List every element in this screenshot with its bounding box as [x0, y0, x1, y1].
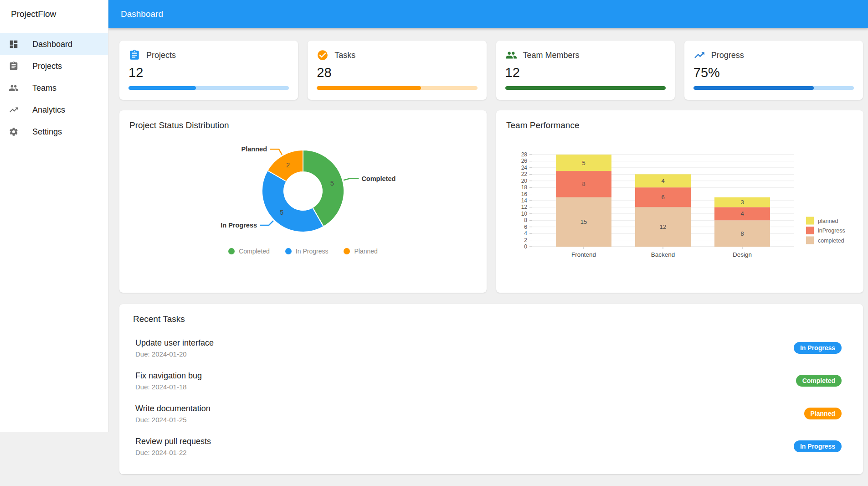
svg-text:Completed: Completed — [361, 175, 395, 182]
clipboard-icon — [128, 49, 140, 61]
task-info: Review pull requestsDue: 2024-01-22 — [135, 437, 211, 456]
trending-up-icon — [693, 49, 705, 61]
project-status-legend: CompletedIn ProgressPlanned — [129, 248, 477, 255]
sidebar-item-label: Teams — [32, 83, 56, 93]
charts-row: Project Status Distribution 5Completed5I… — [119, 110, 863, 293]
svg-text:15: 15 — [580, 218, 587, 225]
legend-item-completed: Completed — [228, 248, 270, 255]
sidebar-item-projects[interactable]: Projects — [0, 55, 108, 77]
stat-value: 28 — [317, 65, 477, 80]
project-status-donut: 5Completed5In Progress2Planned — [129, 131, 477, 240]
svg-text:18: 18 — [521, 184, 528, 191]
stat-head: Progress — [693, 49, 854, 61]
sidebar-item-settings[interactable]: Settings — [0, 121, 108, 143]
task-title: Review pull requests — [135, 437, 211, 446]
sidebar-item-label: Projects — [32, 62, 62, 71]
svg-text:0: 0 — [524, 243, 527, 250]
svg-text:Design: Design — [733, 251, 752, 258]
stat-progress-track — [505, 86, 666, 90]
people-icon — [505, 49, 517, 61]
sidebar-item-label: Dashboard — [32, 40, 72, 49]
sidebar-item-dashboard[interactable]: Dashboard — [0, 33, 108, 55]
status-badge: In Progress — [794, 440, 842, 452]
project-status-chart: 5Completed5In Progress2Planned — [129, 131, 477, 242]
check-circle-icon — [317, 49, 329, 61]
task-row-review-pull-requests[interactable]: Review pull requestsDue: 2024-01-22In Pr… — [133, 430, 849, 463]
task-row-fix-navigation-bug[interactable]: Fix navigation bugDue: 2024-01-18Complet… — [133, 364, 849, 397]
svg-text:In Progress: In Progress — [221, 222, 257, 229]
sidebar-item-label: Analytics — [32, 105, 65, 115]
svg-text:3: 3 — [740, 199, 744, 206]
task-due-date: Due: 2024-01-20 — [135, 350, 214, 358]
app-brand: ProjectFlow — [0, 0, 108, 28]
status-badge: Planned — [804, 408, 842, 419]
legend-label: Completed — [239, 248, 270, 255]
stat-card-progress: Progress75% — [684, 41, 863, 100]
task-row-update-user-interface[interactable]: Update user interfaceDue: 2024-01-20In P… — [133, 331, 849, 364]
stat-progress-track — [128, 86, 289, 90]
svg-text:28: 28 — [521, 151, 528, 158]
svg-text:5: 5 — [582, 160, 585, 166]
stat-card-projects: Projects12 — [119, 41, 298, 100]
stats-row: Projects12Tasks28Team Members12Progress7… — [119, 41, 863, 100]
task-info: Fix navigation bugDue: 2024-01-18 — [135, 371, 202, 391]
team-performance-title: Team Performance — [506, 119, 853, 131]
svg-text:10: 10 — [521, 211, 528, 217]
svg-text:2: 2 — [524, 237, 527, 243]
status-badge: Completed — [796, 375, 842, 387]
svg-text:5: 5 — [280, 209, 283, 216]
stat-progress-track — [693, 86, 854, 90]
svg-text:12: 12 — [660, 223, 666, 230]
task-row-write-documentation[interactable]: Write documentationDue: 2024-01-25Planne… — [133, 397, 849, 430]
stat-value: 75% — [693, 65, 854, 80]
svg-text:24: 24 — [521, 165, 528, 171]
stat-progress-fill — [505, 86, 666, 90]
stat-value: 12 — [128, 65, 289, 80]
page-title: Dashboard — [121, 9, 163, 19]
legend-swatch — [285, 248, 292, 254]
sidebar-nav: DashboardProjectsTeamsAnalyticsSettings — [0, 28, 108, 143]
stat-progress-fill — [693, 86, 814, 90]
main-content: Projects12Tasks28Team Members12Progress7… — [108, 28, 868, 486]
stat-progress-fill — [317, 86, 421, 90]
sidebar-item-label: Settings — [32, 127, 62, 137]
stat-value: 12 — [505, 65, 666, 80]
svg-text:Backend: Backend — [651, 251, 675, 258]
stat-card-tasks: Tasks28 — [308, 41, 486, 100]
task-info: Update user interfaceDue: 2024-01-20 — [135, 338, 214, 358]
team-performance-bar-chart: 02468101214161820222426281585Frontend126… — [506, 131, 853, 263]
svg-text:26: 26 — [521, 158, 528, 164]
stat-head: Team Members — [505, 49, 666, 61]
app-header: Dashboard — [108, 0, 868, 28]
sidebar-item-analytics[interactable]: Analytics — [0, 99, 108, 121]
recent-tasks-list: Update user interfaceDue: 2024-01-20In P… — [133, 331, 849, 463]
sidebar-item-teams[interactable]: Teams — [0, 77, 108, 99]
task-due-date: Due: 2024-01-25 — [135, 416, 211, 424]
svg-text:4: 4 — [740, 210, 744, 217]
legend-item-planned: Planned — [344, 248, 377, 255]
clipboard-icon — [9, 61, 19, 71]
svg-text:8: 8 — [740, 230, 744, 237]
svg-text:4: 4 — [524, 230, 527, 237]
legend-label: Planned — [354, 248, 377, 255]
task-info: Write documentationDue: 2024-01-25 — [135, 404, 211, 424]
recent-tasks-card: Recent Tasks Update user interfaceDue: 2… — [119, 304, 863, 474]
svg-text:completed: completed — [818, 238, 844, 244]
svg-text:inProgress: inProgress — [818, 227, 845, 234]
team-performance-chart: 02468101214161820222426281585Frontend126… — [506, 131, 853, 265]
svg-text:16: 16 — [521, 191, 528, 197]
task-title: Write documentation — [135, 404, 211, 414]
task-title: Update user interface — [135, 338, 214, 348]
svg-text:5: 5 — [330, 180, 334, 187]
stat-label: Tasks — [334, 51, 355, 60]
stat-label: Projects — [146, 51, 176, 60]
svg-text:2: 2 — [286, 161, 290, 169]
project-status-card: Project Status Distribution 5Completed5I… — [119, 110, 487, 293]
recent-tasks-title: Recent Tasks — [133, 314, 849, 324]
status-badge: In Progress — [794, 342, 842, 354]
task-title: Fix navigation bug — [135, 371, 202, 381]
legend-swatch — [344, 248, 350, 254]
gear-icon — [9, 127, 19, 137]
stat-head: Projects — [128, 49, 289, 61]
svg-text:Planned: Planned — [241, 145, 267, 153]
